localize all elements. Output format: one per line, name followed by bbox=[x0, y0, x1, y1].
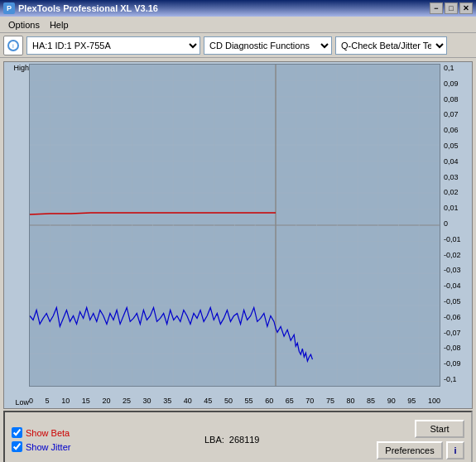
chart-svg bbox=[30, 65, 440, 386]
lba-label: LBA: bbox=[204, 435, 224, 445]
show-jitter-label: Show Jitter bbox=[26, 442, 70, 452]
maximize-button[interactable]: □ bbox=[445, 2, 458, 14]
info-button[interactable]: i bbox=[446, 441, 464, 460]
minimize-button[interactable]: − bbox=[430, 2, 443, 14]
show-beta-row: Show Beta bbox=[12, 427, 70, 438]
toolbar-icon: i bbox=[3, 36, 23, 55]
app-icon: P bbox=[3, 2, 15, 14]
preferences-button[interactable]: Preferences bbox=[377, 441, 443, 460]
test-select[interactable]: Q-Check Beta/Jitter Test bbox=[335, 36, 447, 55]
title-bar: P PlexTools Professional XL V3.16 − □ ✕ bbox=[0, 0, 476, 17]
chart-left-labels: High Low bbox=[6, 62, 29, 408]
menu-bar: Options Help bbox=[0, 17, 476, 33]
start-button[interactable]: Start bbox=[415, 420, 464, 438]
bottom-panel: Show Beta Show Jitter LBA: 268119 Start … bbox=[3, 411, 473, 462]
lba-section: LBA: 268119 bbox=[204, 435, 260, 445]
svg-text:i: i bbox=[12, 42, 14, 50]
menu-options[interactable]: Options bbox=[3, 18, 45, 31]
close-button[interactable]: ✕ bbox=[459, 2, 473, 14]
chart-area bbox=[29, 64, 440, 387]
controls-right: Start Preferences i bbox=[377, 420, 464, 460]
function-select[interactable]: CD Diagnostic Functions bbox=[204, 36, 332, 55]
chart-high-label: High bbox=[6, 64, 29, 72]
chart-bottom-labels: 0 5 10 15 20 25 30 35 40 45 50 55 60 65 … bbox=[29, 397, 440, 405]
window-title: PlexTools Professional XL V3.16 bbox=[18, 3, 158, 13]
chart-container: High Low bbox=[3, 61, 473, 409]
show-beta-label: Show Beta bbox=[26, 428, 70, 438]
controls-left: Show Beta Show Jitter bbox=[12, 427, 70, 452]
chart-low-label: Low bbox=[6, 398, 29, 407]
toolbar: i HA:1 ID:1 PX-755A CD Diagnostic Functi… bbox=[0, 33, 476, 58]
show-jitter-checkbox[interactable] bbox=[12, 441, 22, 452]
show-jitter-row: Show Jitter bbox=[12, 441, 70, 452]
show-beta-checkbox[interactable] bbox=[12, 427, 22, 438]
drive-select[interactable]: HA:1 ID:1 PX-755A bbox=[26, 36, 200, 55]
lba-value: 268119 bbox=[229, 435, 260, 445]
main-content: High Low bbox=[0, 58, 476, 462]
menu-help[interactable]: Help bbox=[45, 18, 74, 31]
chart-right-labels: 0,1 0,09 0,08 0,07 0,06 0,05 0,04 0,03 0… bbox=[442, 62, 472, 385]
